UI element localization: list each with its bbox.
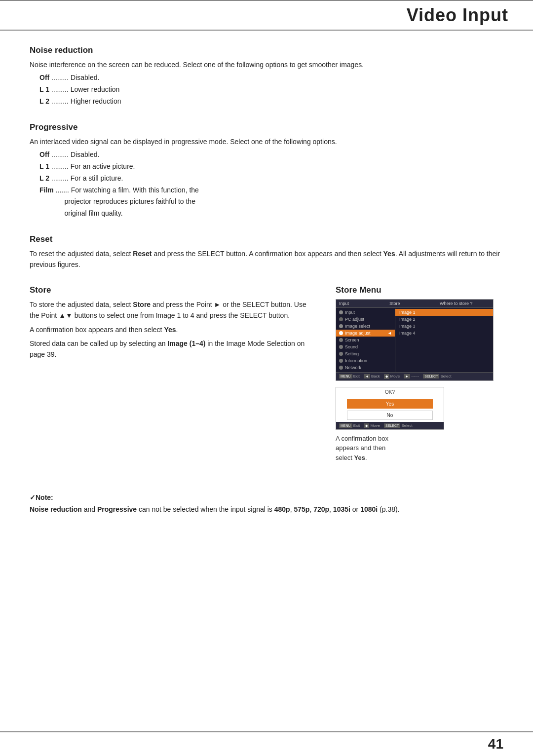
menu-item-imageadjust: Image adjust ◄ [336,330,395,337]
menu-col-store: Store [389,301,440,306]
footer-move: ◆ Move [384,374,400,379]
note-label: ✓Note: [30,493,53,501]
noise-option-l1: L 1 ......... Lower reduction [30,84,503,96]
menu-item-pcadjust: PC adjust [336,316,395,323]
store-text2: A confirmation box appears and then sele… [30,324,316,335]
network-icon [339,366,343,370]
confirm-footer-move: ◆ Move [364,423,380,428]
menu-right-panel: Image 1 Image 2 Image 3 Image 4 [395,308,493,372]
main-content: Noise reduction Noise interference on th… [0,45,533,462]
input-icon [339,310,343,314]
section-noise-reduction: Noise reduction Noise interference on th… [30,45,503,108]
confirm-yes-button[interactable]: Yes [347,399,433,409]
store-section: Store To store the adjusted data, select… [30,285,503,463]
prog-option-film: Film ....... For watching a film. With t… [30,185,503,220]
image-select-icon [339,324,343,328]
noise-option-off: Off ......... Disabled. [30,72,503,84]
progressive-heading: Progressive [30,122,503,132]
confirm-box: OK? Yes No MENU Exit ◆ Move SELECT Selec… [336,387,444,430]
footer-back: ◄ Back [364,374,380,379]
menu-col-where: Where to store ? [440,301,490,306]
menu-col-input: Input [339,301,389,306]
page-number: 41 [488,736,503,752]
menu-item-network: Network [336,364,395,371]
section-reset: Reset To reset the adjusted data, select… [30,234,503,270]
menu-item-sound: Sound [336,343,395,350]
footer-dash: ► ------ [404,374,419,379]
section-progressive: Progressive An interlaced video signal c… [30,122,503,220]
store-menu-heading: Store Menu [336,285,503,295]
menu-right-image2: Image 2 [395,316,493,323]
menu-right-image3: Image 3 [395,323,493,330]
menu-right-image1: Image 1 [395,309,493,316]
noise-reduction-heading: Noise reduction [30,45,503,55]
confirm-footer-exit: MENU Exit [339,423,360,428]
page-title: Video Input [0,5,508,26]
confirm-caption: A confirmation box appears and then sele… [336,434,503,463]
menu-item-screen: Screen [336,337,395,343]
info-icon [339,359,343,363]
store-col-left: Store To store the adjusted data, select… [30,285,316,463]
progressive-intro: An interlaced video signal can be displa… [30,136,503,147]
image-adjust-icon [339,331,343,335]
footer-exit: MENU Exit [339,374,360,379]
store-heading: Store [30,285,316,295]
footer-select: SELECT Select [423,374,451,379]
noise-reduction-intro: Noise interference on the screen can be … [30,59,503,70]
confirm-no-button[interactable]: No [347,411,433,420]
setting-icon [339,352,343,356]
reset-text: To reset the adjusted data, select Reset… [30,248,503,270]
prog-option-l2: L 2 ......... For a still picture. [30,173,503,185]
store-menu-mockup: Input Store Where to store ? Input PC ad… [336,299,494,381]
store-text1: To store the adjusted data, select Store… [30,299,316,321]
menu-footer: MENU Exit ◄ Back ◆ Move ► ------ SELECT … [336,372,493,380]
noise-option-l2: L 2 ......... Higher reduction [30,96,503,108]
bottom-bar: 41 [0,731,533,756]
note-section: ✓Note: Noise reduction and Progressive c… [0,492,533,516]
prog-option-l1: L 1 ......... For an active picture. [30,161,503,173]
menu-item-imageselect: Image select [336,323,395,330]
menu-item-setting: Setting [336,350,395,357]
confirm-title: OK? [336,387,444,397]
confirm-footer-select: SELECT Select [384,423,413,428]
confirm-footer: MENU Exit ◆ Move SELECT Select [336,422,444,429]
page-title-bar: Video Input [0,0,533,31]
screen-icon [339,338,343,342]
menu-item-input: Input [336,309,395,316]
menu-title-row: Input Store Where to store ? [336,300,493,308]
store-col-right: Store Menu Input Store Where to store ? … [336,285,503,463]
store-text3: Stored data can be called up by selectin… [30,338,316,360]
menu-right-image4: Image 4 [395,330,493,337]
note-text: ✓Note: Noise reduction and Progressive c… [30,492,503,516]
pc-icon [339,317,343,321]
menu-left-panel: Input PC adjust Image select Image [336,308,395,372]
sound-icon [339,345,343,349]
reset-heading: Reset [30,234,503,244]
prog-option-off: Off ......... Disabled. [30,149,503,161]
menu-body: Input PC adjust Image select Image [336,308,493,372]
menu-item-information: Information [336,357,395,364]
